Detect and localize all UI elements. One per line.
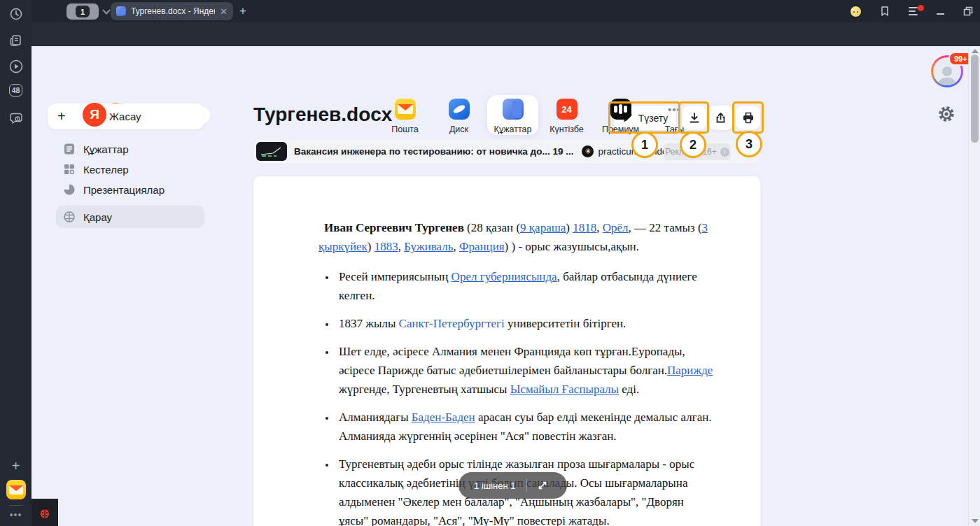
scroll-down-icon[interactable] <box>972 519 979 523</box>
screenshot-icon[interactable] <box>0 111 31 126</box>
annotation-box-1 <box>608 101 680 134</box>
documents-icon <box>503 99 524 120</box>
ad-thumbnail <box>256 142 287 161</box>
sidebar-item-label: Қарау <box>83 211 112 223</box>
bug-overlay-tile <box>31 499 58 526</box>
sidebar-item-view[interactable]: Қарау <box>56 206 204 228</box>
browser-profile-avatar[interactable] <box>848 0 863 22</box>
plus-icon: + <box>57 108 66 125</box>
yandex-logo-icon: Я <box>83 103 106 127</box>
person-silhouette-icon <box>935 64 959 85</box>
tab-group-button[interactable]: 1 <box>66 3 99 20</box>
share-icon <box>715 112 727 124</box>
mail-icon <box>395 99 416 120</box>
ladybug-icon <box>36 504 53 521</box>
history-icon[interactable] <box>0 7 31 21</box>
yandex-mail-icon[interactable] <box>0 480 31 499</box>
practicum-logo-icon: ✳ <box>582 145 594 157</box>
tab-close-icon[interactable]: ✕ <box>220 6 227 17</box>
sidebar-add-icon[interactable]: + <box>0 458 31 474</box>
document-icon <box>63 143 76 155</box>
document-title: Тургенев.docx <box>253 104 392 126</box>
nav-label: Құжаттар <box>494 125 532 134</box>
globe-icon <box>63 211 76 223</box>
document-bullet: 1837 жылы Санкт-Петербургтегі университе… <box>336 314 714 333</box>
nav-item-disk[interactable]: Диск <box>432 95 486 134</box>
document-intro-paragraph: Иван Сергеевич Тургенев (28 қазан (9 қар… <box>318 218 718 256</box>
bookmarks-panel-icon[interactable] <box>877 0 892 22</box>
scrollbar-thumb[interactable] <box>971 55 979 143</box>
restore-button[interactable] <box>961 0 975 22</box>
page-indicator-label: 1 ішінен 1 <box>474 481 515 491</box>
ad-headline: Вакансия инженера по тестированию: от но… <box>294 146 573 157</box>
info-icon[interactable]: i <box>720 148 729 157</box>
annotation-marker-3: 3 <box>736 131 762 157</box>
play-icon[interactable] <box>0 59 31 74</box>
active-tab[interactable]: Тургенев.docx - Яндекс ✕ <box>111 2 233 20</box>
nav-item-documents[interactable]: Құжаттар <box>486 95 540 134</box>
page-scrollbar[interactable] <box>968 46 980 526</box>
sidebar-item-label: Құжаттар <box>83 143 129 155</box>
annotation-box-3 <box>732 101 764 134</box>
document-bullet: Ресей империясының Орел губерниясында, б… <box>336 267 714 305</box>
create-button[interactable]: + Жасау <box>48 104 204 129</box>
badge-48-label: 48 <box>9 84 23 97</box>
scroll-up-icon[interactable] <box>972 49 979 53</box>
nav-label: Пошта <box>391 125 419 134</box>
settings-gear-icon[interactable] <box>937 105 955 123</box>
nav-label: Күнтізбе <box>550 125 584 134</box>
sidebar-item-tables[interactable]: Кестелер <box>56 159 204 180</box>
copy-pages-icon[interactable] <box>0 34 31 48</box>
minimize-button[interactable] <box>933 0 947 22</box>
document-bullet: Алманиядағы Баден-Баден арасан суы бар е… <box>336 408 714 446</box>
fullscreen-icon[interactable] <box>537 480 548 491</box>
tables-icon <box>63 163 76 176</box>
calendar-icon: 24 <box>556 99 578 120</box>
annotation-marker-1: 1 <box>631 132 658 158</box>
nav-label: Диск <box>449 125 468 134</box>
new-tab-button[interactable]: + <box>239 4 246 18</box>
tab-group-count: 1 <box>76 6 90 17</box>
annotation-marker-2: 2 <box>680 132 706 158</box>
menu-notification-dot <box>918 5 924 11</box>
share-button[interactable] <box>708 106 733 130</box>
disk-icon <box>449 99 470 120</box>
address-bar: docs.yandex.ru Тургенев.docx - Яндекс Құ… <box>31 22 980 46</box>
sidebar-item-documents[interactable]: Құжаттар <box>56 138 204 159</box>
sidebar-item-label: Презентациялар <box>83 184 164 196</box>
pill-divider <box>526 478 527 492</box>
presentations-icon <box>63 183 76 196</box>
badge-48-icon[interactable]: 48 <box>0 84 31 97</box>
tab-group-chevron-icon[interactable] <box>104 8 109 13</box>
sidebar-item-label: Кестелер <box>83 164 129 176</box>
tab-favicon-docs <box>116 6 126 16</box>
nav-item-calendar[interactable]: 24 Күнтізбе <box>540 95 594 134</box>
tab-title: Тургенев.docx - Яндекс <box>131 6 215 16</box>
page-indicator-pill[interactable]: 1 ішінен 1 <box>458 472 567 499</box>
tab-bar: 1 Тургенев.docx - Яндекс ✕ + × <box>31 0 980 22</box>
sidebar-item-presentations[interactable]: Презентациялар <box>56 179 204 200</box>
sidebar-divider <box>0 505 31 506</box>
app-header: Я 360 Лайт Пошта Диск Құжаттар 24 Күнтіз… <box>31 46 968 92</box>
annotation-box-2 <box>678 101 709 134</box>
browser-menu-icon[interactable] <box>905 0 923 22</box>
sidebar-more-icon[interactable]: ••• <box>0 509 31 520</box>
document-bullet: Шет елде, әсіресе Алмания менен Францияд… <box>336 342 714 399</box>
browser-sidebar: 48 + ••• <box>0 0 31 526</box>
